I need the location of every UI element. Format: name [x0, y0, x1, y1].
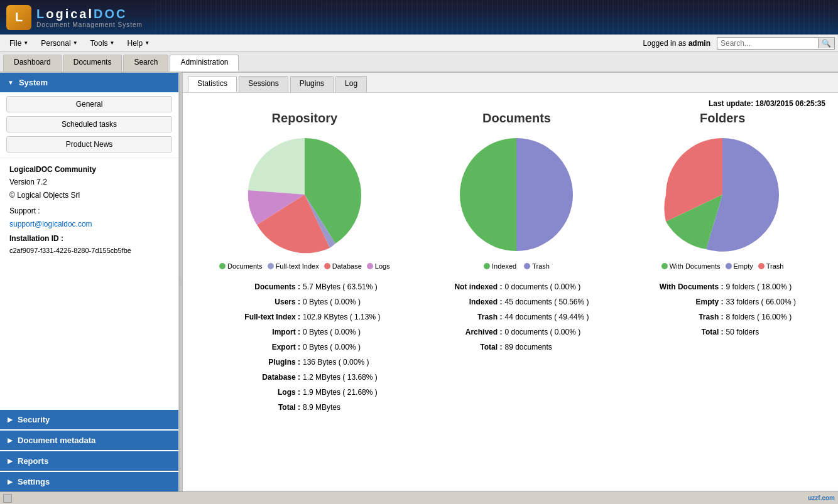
stat-row-total: Total :89 documents: [439, 340, 589, 355]
repository-title: Repository: [210, 111, 399, 126]
subtab-sessions[interactable]: Sessions: [239, 76, 288, 92]
legend-empty: Empty: [726, 262, 753, 270]
system-arrow-icon: ▼: [8, 79, 14, 86]
tab-search[interactable]: Search: [123, 55, 168, 72]
documents-legend: Indexed Trash: [428, 262, 604, 270]
docmeta-arrow-icon: ▶: [8, 437, 13, 444]
search-input-top[interactable]: [717, 38, 818, 49]
sidebar-info: LogicalDOC Community Version 7.2 © Logic…: [0, 158, 178, 262]
main-layout: ▼ System General Scheduled tasks Product…: [0, 73, 838, 491]
subtab-plugins[interactable]: Plugins: [290, 76, 334, 92]
sidebar-section-system[interactable]: ▼ System: [0, 73, 178, 92]
app-version: Version 7.2: [9, 176, 169, 188]
documents-stats: Not indexed :0 documents ( 0.00% ) Index…: [439, 279, 589, 355]
logo-icon: L: [6, 5, 31, 30]
legend-documents: Documents: [219, 262, 263, 270]
docmeta-label: Document metadata: [18, 436, 95, 445]
stat-row: Empty :33 folders ( 66.00% ): [648, 294, 796, 309]
menu-personal[interactable]: Personal ▼: [35, 36, 84, 50]
scheduled-tasks-button[interactable]: Scheduled tasks: [6, 116, 172, 132]
repository-stats: Documents :5.7 MBytes ( 63.51% ) Users :…: [225, 279, 380, 415]
settings-label: Settings: [18, 477, 50, 486]
stat-row: With Documents :9 folders ( 18.00% ): [648, 279, 796, 294]
stat-row: Users :0 Bytes ( 0.00% ): [225, 294, 380, 309]
menubar: File ▼ Personal ▼ Tools ▼ Help ▼ Logged …: [0, 35, 838, 52]
sidebar-section-settings[interactable]: ▶ Settings: [0, 472, 178, 491]
support-label: Support :: [9, 205, 169, 217]
stat-row: Archived :0 documents ( 0.00% ): [439, 324, 589, 340]
folders-stats: With Documents :9 folders ( 18.00% ) Emp…: [648, 279, 796, 340]
folders-title: Folders: [634, 111, 810, 126]
stat-row: Import :0 Bytes ( 0.00% ): [225, 324, 380, 340]
support-email[interactable]: support@logicaldoc.com: [9, 220, 92, 228]
status-icon: [3, 494, 12, 503]
support-email-link[interactable]: support@logicaldoc.com: [9, 218, 169, 230]
main-tabs: Dashboard Documents Search Administratio…: [0, 52, 838, 73]
sidebar-section-security[interactable]: ▶ Security: [0, 410, 178, 429]
login-status: Logged in as admin: [643, 39, 710, 48]
legend-trash-folders: Trash: [758, 262, 784, 270]
stat-row: Database :1.2 MBytes ( 13.68% ): [225, 370, 380, 385]
tab-dashboard[interactable]: Dashboard: [3, 55, 62, 72]
watermark-area: uzzf.com: [808, 495, 835, 501]
stat-row: Documents :5.7 MBytes ( 63.51% ): [225, 279, 380, 294]
logo-sub-text: Document Management System: [36, 21, 143, 28]
menu-tools[interactable]: Tools ▼: [84, 36, 121, 50]
reports-arrow-icon: ▶: [8, 458, 13, 464]
folders-pie: [660, 132, 785, 257]
legend-indexed: Indexed: [484, 262, 516, 270]
search-button-top[interactable]: 🔍: [818, 38, 834, 48]
app-name: LogicalDOC Community: [9, 163, 169, 176]
logo-main-text: LogicalDOC: [36, 7, 143, 21]
reports-label: Reports: [18, 456, 48, 466]
tab-administration[interactable]: Administration: [170, 55, 239, 72]
stat-row: Not indexed :0 documents ( 0.00% ): [439, 279, 589, 294]
menu-tools-arrow: ▼: [110, 40, 115, 46]
app-copyright: © Logical Objects Srl: [9, 189, 169, 201]
subtabs: Statistics Sessions Plugins Log: [183, 73, 838, 93]
sidebar-section-docmeta[interactable]: ▶ Document metadata: [0, 431, 178, 450]
last-update: Last update: 18/03/2015 06:25:35: [195, 99, 825, 108]
repository-legend: Documents Full-text Index Database Logs: [210, 262, 399, 270]
content-area: Statistics Sessions Plugins Log Last upd…: [183, 73, 838, 491]
legend-fulltext: Full-text Index: [268, 262, 319, 270]
repository-pie: [242, 132, 367, 257]
stat-row: Trash :44 documents ( 49.44% ): [439, 309, 589, 324]
tab-documents[interactable]: Documents: [63, 55, 122, 72]
legend-logs: Logs: [367, 262, 390, 270]
charts-row: Repository Documents: [195, 111, 825, 270]
repository-chart: Repository Documents: [210, 111, 399, 270]
stat-row: Plugins :136 Bytes ( 0.00% ): [225, 355, 380, 370]
legend-database: Database: [324, 262, 362, 270]
search-box-top: 🔍: [717, 37, 835, 50]
documents-title: Documents: [428, 111, 604, 126]
legend-trash-docs: Trash: [524, 262, 550, 270]
product-news-button[interactable]: Product News: [6, 136, 172, 153]
subtab-statistics[interactable]: Statistics: [188, 76, 237, 92]
documents-pie: [454, 132, 579, 257]
settings-arrow-icon: ▶: [8, 478, 13, 485]
sidebar: ▼ System General Scheduled tasks Product…: [0, 73, 179, 491]
logo-area: L LogicalDOC Document Management System: [6, 5, 143, 30]
folders-chart: Folders With Documents Empty Trash: [634, 111, 810, 270]
subtab-log[interactable]: Log: [335, 76, 367, 92]
menu-file[interactable]: File ▼: [3, 36, 35, 50]
security-label: Security: [18, 415, 50, 424]
stats-tables: Documents :5.7 MBytes ( 63.51% ) Users :…: [195, 279, 825, 415]
legend-with-docs: With Documents: [661, 262, 721, 270]
login-user: admin: [688, 39, 710, 48]
stat-row: Trash :8 folders ( 16.00% ): [648, 309, 796, 324]
sidebar-section-reports[interactable]: ▶ Reports: [0, 451, 178, 471]
menu-personal-arrow: ▼: [73, 40, 78, 46]
bottombar: uzzf.com: [0, 491, 838, 504]
stat-row-total: Total :50 folders: [648, 324, 796, 340]
stat-row-total: Total :8.9 MBytes: [225, 400, 380, 415]
folders-legend: With Documents Empty Trash: [634, 262, 810, 270]
stat-row: Indexed :45 documents ( 50.56% ): [439, 294, 589, 309]
documents-chart: Documents Indexed Trash: [428, 111, 604, 270]
stats-content: Last update: 18/03/2015 06:25:35 Reposit…: [183, 93, 838, 421]
general-button[interactable]: General: [6, 96, 172, 112]
app-header: L LogicalDOC Document Management System: [0, 0, 838, 35]
security-arrow-icon: ▶: [8, 416, 13, 423]
menu-help[interactable]: Help ▼: [121, 36, 156, 50]
